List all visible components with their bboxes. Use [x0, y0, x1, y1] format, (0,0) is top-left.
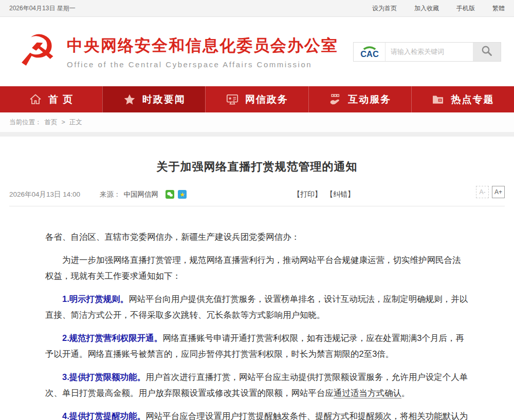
source-value: 中国网信网	[124, 190, 159, 199]
paragraph-lead: 4.提供打赏提醒功能。	[62, 411, 145, 420]
topbar-links: 设为首页加入收藏手机版繁體	[372, 4, 505, 13]
site-title: 中央网络安全和信息化委员会办公室	[67, 35, 338, 56]
nav-item-label: 热点专题	[451, 93, 494, 106]
article-paragraph-1: 各省、自治区、直辖市党委网信办，新疆生产建设兵团党委网信办：	[45, 229, 469, 245]
nav-item-5[interactable]: 热点专题	[411, 86, 514, 112]
breadcrumb-separator: >	[62, 119, 65, 126]
nav-item-label: 网信政务	[245, 93, 288, 106]
paragraph-lead: 1.明示打赏规则。	[62, 294, 128, 303]
error-correct-button[interactable]: 【纠错】	[326, 190, 355, 198]
article-paragraph-6: 4.提供打赏提醒功能。网站平台应合理设置用户打赏提醒触发条件、提醒方式和提醒频次…	[45, 408, 469, 420]
article-datetime: 2026年04月13日 14:00	[9, 190, 80, 199]
divider-band	[0, 132, 514, 137]
article-paragraph-5: 3.提供打赏限额功能。用户首次进行直播打赏，网站平台应主动提供打赏限额设置服务，…	[45, 369, 469, 401]
article-paragraph-2: 为进一步加强网络直播打赏管理，规范网络直播营利行为，推动网站平台合规健康运营，切…	[45, 252, 469, 284]
site-subtitle: Office of the Central Cyberspace Affairs…	[67, 60, 338, 69]
magnifier-icon	[481, 45, 493, 59]
main-nav: 首 页时政要闻网信政务互动服务热点专题	[0, 86, 514, 112]
cac-logo-icon: CAC	[354, 43, 386, 61]
article-paragraph-3: 1.明示打赏规则。网站平台向用户提供充值打赏服务，设置榜单排名，设计互动玩法，应…	[45, 291, 469, 323]
folder-icon	[431, 93, 445, 106]
home-icon	[29, 93, 42, 106]
hand-service-icon	[328, 93, 342, 106]
star-icon	[123, 93, 136, 106]
search-box: CAC	[353, 42, 501, 62]
search-input[interactable]	[386, 43, 473, 61]
paragraph-lead: 2.规范打赏营利权限开通。	[62, 333, 162, 342]
svg-text:CAC: CAC	[360, 49, 379, 58]
nav-item-4[interactable]: 互动服务	[308, 86, 411, 112]
breadcrumb-label: 当前位置：	[9, 118, 42, 127]
article-title: 关于加强网络直播打赏规范管理的通知	[9, 137, 505, 188]
article-paragraph-4: 2.规范打赏营利权限开通。网络直播账号申请开通打赏营利权限，如有违规记录，应在处…	[45, 330, 469, 362]
nav-item-2[interactable]: 时政要闻	[102, 86, 205, 112]
add-favorite-link[interactable]: 加入收藏	[414, 4, 439, 13]
font-smaller-button[interactable]: A-	[476, 186, 489, 198]
qzone-share-icon[interactable]: ★	[178, 190, 187, 199]
nav-item-label: 首 页	[48, 93, 74, 106]
nav-item-3[interactable]: 网信政务	[205, 86, 308, 112]
site-brand[interactable]: ☭ 中央网络安全和信息化委员会办公室 Office of the Central…	[15, 31, 338, 72]
party-emblem-icon: ☭	[15, 29, 60, 72]
article: 关于加强网络直播打赏规范管理的通知 2026年04月13日 14:00 来源： …	[0, 137, 514, 420]
article-meta: 2026年04月13日 14:00 来源： 中国网信网 ★ 【打印】 【纠错】 …	[9, 188, 505, 206]
nav-item-1[interactable]: 首 页	[0, 86, 102, 112]
wechat-share-icon[interactable]	[166, 190, 174, 199]
paragraph-lead: 3.提供打赏限额功能。	[62, 372, 145, 381]
search-button[interactable]	[473, 43, 501, 61]
breadcrumb: 当前位置： 首页 > 正文	[0, 112, 514, 132]
monitor-icon	[226, 93, 239, 106]
topbar-date: 2026年04月13日 星期一	[9, 4, 76, 13]
breadcrumb-home-link[interactable]: 首页	[45, 118, 58, 127]
mobile-version-link[interactable]: 手机版	[456, 4, 475, 13]
source-label: 来源：	[100, 190, 121, 199]
topbar: 2026年04月13日 星期一 设为首页加入收藏手机版繁體	[0, 0, 514, 17]
article-body: 各省、自治区、直辖市党委网信办，新疆生产建设兵团党委网信办：为进一步加强网络直播…	[9, 206, 505, 420]
nav-item-label: 时政要闻	[142, 93, 186, 106]
set-homepage-link[interactable]: 设为首页	[372, 4, 397, 13]
breadcrumb-current: 正文	[69, 118, 82, 127]
traditional-chinese-link[interactable]: 繁體	[492, 4, 505, 13]
font-larger-button[interactable]: A+	[492, 186, 505, 198]
print-button[interactable]: 【打印】	[293, 190, 322, 198]
nav-item-label: 互动服务	[348, 93, 391, 106]
site-header: ☭ 中央网络安全和信息化委员会办公室 Office of the Central…	[0, 17, 514, 86]
